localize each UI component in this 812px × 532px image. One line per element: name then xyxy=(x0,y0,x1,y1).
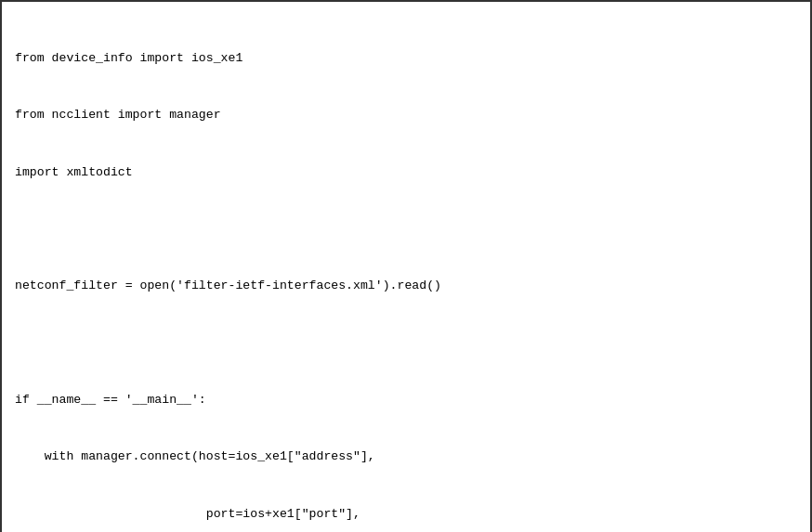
line-1: from device_info import ios_xe1 xyxy=(15,49,797,68)
line-3: import xmltodict xyxy=(15,163,797,182)
code-container: from device_info import ios_xe1 from ncc… xyxy=(0,0,812,532)
line-2: from ncclient import manager xyxy=(15,106,797,124)
line-4 xyxy=(15,220,797,239)
line-8: with manager.connect(host=ios_xe1["addre… xyxy=(15,448,797,466)
line-9: port=ios+xe1["port"], xyxy=(15,505,797,524)
line-7: if __name__ == '__main__': xyxy=(15,391,797,409)
line-6 xyxy=(15,334,797,353)
line-5: netconf_filter = open('filter-ietf-inter… xyxy=(15,277,797,295)
code-block: from device_info import ios_xe1 from ncc… xyxy=(15,11,797,532)
